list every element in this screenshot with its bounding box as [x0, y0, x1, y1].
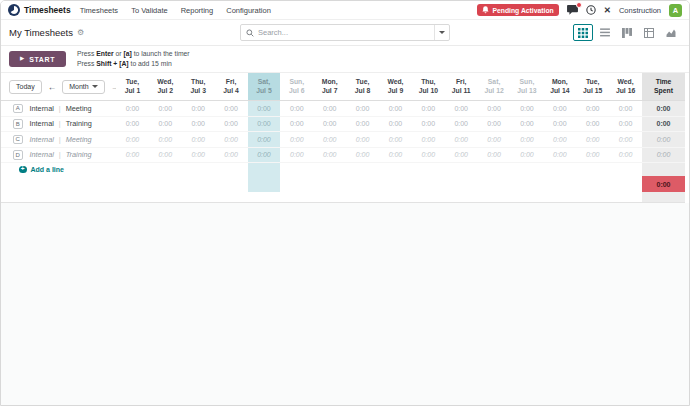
timesheet-cell[interactable]: 0:00	[116, 101, 149, 116]
user-avatar[interactable]: A	[669, 4, 682, 17]
timesheet-cell[interactable]: 0:00	[478, 117, 511, 132]
timesheet-cell[interactable]: 0:00	[280, 101, 313, 116]
menu-to-validate[interactable]: To Validate	[131, 6, 168, 15]
timesheet-cell[interactable]: 0:00	[248, 101, 281, 116]
grid-view-button[interactable]	[573, 24, 593, 41]
timesheet-cell[interactable]: 0:00	[609, 132, 642, 147]
timesheet-cell[interactable]: 0:00	[543, 117, 576, 132]
grid-view-icon	[578, 28, 588, 38]
graph-view-button[interactable]	[661, 24, 681, 41]
timesheet-cell[interactable]: 0:00	[511, 101, 544, 116]
timesheet-cell[interactable]: 0:00	[445, 148, 478, 163]
timesheet-cell[interactable]: 0:00	[576, 148, 609, 163]
timesheet-cell[interactable]: 0:00	[543, 132, 576, 147]
timesheet-cell[interactable]: 0:00	[313, 117, 346, 132]
column-header: Mon,Jul 7	[313, 73, 346, 100]
timesheet-cell[interactable]: 0:00	[182, 117, 215, 132]
timesheet-cell[interactable]: 0:00	[346, 117, 379, 132]
timesheet-cell[interactable]: 0:00	[313, 148, 346, 163]
timesheet-cell[interactable]: 0:00	[379, 148, 412, 163]
timesheet-cell[interactable]: 0:00	[478, 132, 511, 147]
timesheet-cell[interactable]: 0:00	[445, 132, 478, 147]
timesheet-cell[interactable]: 0:00	[215, 148, 248, 163]
timesheet-cell[interactable]: 0:00	[116, 148, 149, 163]
search-filter-toggle[interactable]	[434, 25, 449, 40]
timesheet-cell[interactable]: 0:00	[379, 101, 412, 116]
activities-icon[interactable]	[586, 5, 596, 15]
timesheet-cell[interactable]: 0:00	[280, 117, 313, 132]
timesheet-cell[interactable]: 0:00	[346, 101, 379, 116]
timesheet-cell[interactable]: 0:00	[149, 117, 182, 132]
row-shortcut-badge: D	[13, 150, 23, 160]
timesheet-cell[interactable]: 0:00	[379, 132, 412, 147]
timesheet-cell[interactable]: 0:00	[511, 117, 544, 132]
timesheet-cell[interactable]: 0:00	[182, 101, 215, 116]
timesheet-cell[interactable]: 0:00	[215, 117, 248, 132]
timesheet-cell[interactable]: 0:00	[576, 132, 609, 147]
arrow-right-icon[interactable]: →	[109, 82, 116, 92]
timesheet-cell[interactable]: 0:00	[412, 132, 445, 147]
timesheet-cell[interactable]: 0:00	[182, 148, 215, 163]
grid-header-row: Today ← Month → Tue,Jul 1Wed,Jul 2Thu,Ju…	[1, 73, 685, 101]
timesheet-cell[interactable]: 0:00	[346, 132, 379, 147]
kanban-view-button[interactable]	[617, 24, 637, 41]
timesheet-cell[interactable]: 0:00	[543, 101, 576, 116]
timesheet-cell[interactable]: 0:00	[511, 132, 544, 147]
app-switcher[interactable]: Timesheets	[8, 4, 71, 16]
gear-icon[interactable]: ⚙	[77, 28, 84, 37]
timesheet-cell[interactable]: 0:00	[445, 117, 478, 132]
timesheet-row: BInternal|Training0:000:000:000:000:000:…	[1, 117, 685, 133]
timesheet-cell[interactable]: 0:00	[478, 101, 511, 116]
timesheet-grid: Today ← Month → Tue,Jul 1Wed,Jul 2Thu,Ju…	[1, 73, 689, 203]
timesheet-cell[interactable]: 0:00	[149, 101, 182, 116]
timesheet-cell[interactable]: 0:00	[543, 148, 576, 163]
menu-configuration[interactable]: Configuration	[226, 6, 271, 15]
timesheet-cell[interactable]: 0:00	[149, 148, 182, 163]
timesheet-cell[interactable]: 0:00	[379, 117, 412, 132]
timesheet-cell[interactable]: 0:00	[609, 117, 642, 132]
timesheet-cell[interactable]: 0:00	[215, 132, 248, 147]
timesheet-cell[interactable]: 0:00	[116, 132, 149, 147]
pivot-view-button[interactable]	[639, 24, 659, 41]
timesheet-cell[interactable]: 0:00	[412, 148, 445, 163]
timesheet-cell[interactable]: 0:00	[576, 101, 609, 116]
list-view-button[interactable]	[595, 24, 615, 41]
arrow-left-icon[interactable]: ←	[46, 82, 59, 92]
timesheet-cell[interactable]: 0:00	[280, 148, 313, 163]
timesheet-cell[interactable]: 0:00	[116, 117, 149, 132]
add-a-line-button[interactable]: +Add a line	[1, 166, 64, 174]
timesheet-cell[interactable]: 0:00	[412, 101, 445, 116]
timesheet-cell[interactable]: 0:00	[346, 148, 379, 163]
menu-reporting[interactable]: Reporting	[181, 6, 214, 15]
timesheet-cell[interactable]: 0:00	[215, 101, 248, 116]
timesheet-cell[interactable]: 0:00	[609, 101, 642, 116]
column-header: Sat,Jul 5	[248, 73, 281, 100]
search-input[interactable]: Search...	[240, 24, 450, 41]
column-header: Wed,Jul 9	[379, 73, 412, 100]
messages-icon[interactable]	[567, 5, 578, 15]
company-switcher[interactable]: Construction	[619, 6, 661, 15]
timesheet-cell[interactable]: 0:00	[248, 117, 281, 132]
systray-x-icon[interactable]: ✕	[604, 5, 611, 15]
timesheet-cell[interactable]: 0:00	[149, 132, 182, 147]
timesheet-cell[interactable]: 0:00	[313, 132, 346, 147]
grand-total-cell: 0:00	[642, 176, 685, 192]
timesheets-app-window: Timesheets Timesheets To Validate Report…	[0, 0, 690, 406]
timesheet-cell[interactable]: 0:00	[280, 132, 313, 147]
total-column-header: TimeSpent	[642, 73, 685, 100]
timesheet-cell[interactable]: 0:00	[576, 117, 609, 132]
range-dropdown[interactable]: Month	[62, 80, 104, 94]
timesheet-cell[interactable]: 0:00	[313, 101, 346, 116]
timesheet-cell[interactable]: 0:00	[609, 148, 642, 163]
timesheet-cell[interactable]: 0:00	[412, 117, 445, 132]
timesheet-cell[interactable]: 0:00	[445, 101, 478, 116]
today-button[interactable]: Today	[9, 80, 42, 94]
timesheet-cell[interactable]: 0:00	[511, 148, 544, 163]
timesheet-cell[interactable]: 0:00	[478, 148, 511, 163]
timesheet-cell[interactable]: 0:00	[182, 132, 215, 147]
menu-timesheets[interactable]: Timesheets	[80, 6, 119, 15]
timesheet-cell[interactable]: 0:00	[248, 148, 281, 163]
start-timer-button[interactable]: ▶ START	[9, 51, 66, 67]
pending-activation-badge[interactable]: Pending Activation	[477, 4, 558, 16]
timesheet-cell[interactable]: 0:00	[248, 132, 281, 147]
